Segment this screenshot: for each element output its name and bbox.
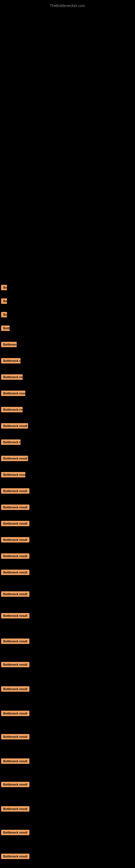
result-item: Bottleneck result	[1, 342, 17, 348]
result-item: Bottleneck result	[1, 358, 20, 365]
bottleneck-result-badge: Bottleneck result	[1, 639, 30, 644]
bottleneck-result-badge: Bottleneck result	[1, 830, 30, 835]
bottleneck-result-badge: Bottleneck result	[1, 854, 30, 859]
result-item: Bottleneck result	[1, 686, 30, 693]
bottleneck-result-badge: Bottleneck result	[1, 806, 30, 812]
bottleneck-result-badge: Bottleneck result	[1, 782, 30, 787]
result-item: Bottleneck result	[1, 407, 23, 413]
bottleneck-result-badge: Bottleneck result	[1, 504, 30, 510]
result-item: Bottleneck result	[1, 782, 30, 788]
bottleneck-result-badge: Bottleneck result	[1, 285, 7, 290]
bottleneck-result-badge: Bottleneck result	[1, 662, 30, 667]
result-item: Bottleneck result	[1, 806, 30, 813]
bottleneck-result-badge: Bottleneck result	[1, 423, 28, 429]
bottleneck-result-badge: Bottleneck result	[1, 439, 20, 445]
bottleneck-result-badge: Bottleneck result	[1, 758, 30, 764]
result-item: Bottleneck result	[1, 439, 20, 446]
result-item: Bottleneck result	[1, 423, 28, 430]
result-item: Bottleneck result	[1, 613, 30, 620]
bottleneck-result-badge: Bottleneck result	[1, 312, 7, 317]
bottleneck-result-badge: Bottleneck result	[1, 456, 28, 461]
bottleneck-result-badge: Bottleneck result	[1, 488, 30, 494]
bottleneck-result-badge: Bottleneck result	[1, 553, 30, 559]
result-item: Bottleneck result	[1, 391, 26, 397]
bottleneck-result-badge: Bottleneck result	[1, 391, 26, 396]
bottleneck-result-badge: Bottleneck result	[1, 472, 26, 477]
bottleneck-result-badge: Bottleneck result	[1, 686, 30, 692]
bottleneck-result-badge: Bottleneck result	[1, 613, 30, 618]
bottleneck-result-badge: Bottleneck result	[1, 569, 30, 575]
result-item: Bottleneck result	[1, 374, 23, 381]
result-item: Bottleneck result	[1, 456, 28, 462]
result-item: Bottleneck result	[1, 830, 30, 836]
bottleneck-result-badge: Bottleneck result	[1, 326, 10, 331]
bottleneck-result-badge: Bottleneck result	[1, 299, 7, 304]
result-item: Bottleneck result	[1, 854, 30, 860]
result-item: Bottleneck result	[1, 569, 30, 576]
bottleneck-result-badge: Bottleneck result	[1, 591, 30, 597]
site-title: TheBottlenecker.com	[0, 1, 135, 10]
bottleneck-result-badge: Bottleneck result	[1, 521, 30, 526]
bottleneck-result-badge: Bottleneck result	[1, 711, 30, 716]
result-item: Bottleneck result	[1, 472, 26, 478]
result-item: Bottleneck result	[1, 488, 30, 495]
result-item: Bottleneck result	[1, 758, 30, 765]
result-item: Bottleneck result	[1, 553, 30, 560]
result-item: Bottleneck result	[1, 591, 30, 598]
bottleneck-result-badge: Bottleneck result	[1, 407, 23, 412]
result-item: Bottleneck result	[1, 504, 30, 511]
bottleneck-result-badge: Bottleneck result	[1, 537, 30, 542]
result-item: Bottleneck result	[1, 285, 7, 291]
result-item: Bottleneck result	[1, 734, 30, 741]
result-item: Bottleneck result	[1, 662, 30, 669]
bottleneck-result-badge: Bottleneck result	[1, 734, 30, 739]
bottleneck-result-badge: Bottleneck result	[1, 358, 20, 364]
bottleneck-result-badge: Bottleneck result	[1, 374, 23, 380]
bottleneck-result-badge: Bottleneck result	[1, 342, 17, 347]
result-item: Bottleneck result	[1, 521, 30, 527]
result-item: Bottleneck result	[1, 299, 7, 305]
result-item: Bottleneck result	[1, 326, 10, 332]
result-item: Bottleneck result	[1, 312, 7, 318]
result-item: Bottleneck result	[1, 537, 30, 544]
result-item: Bottleneck result	[1, 639, 30, 645]
result-item: Bottleneck result	[1, 711, 30, 717]
